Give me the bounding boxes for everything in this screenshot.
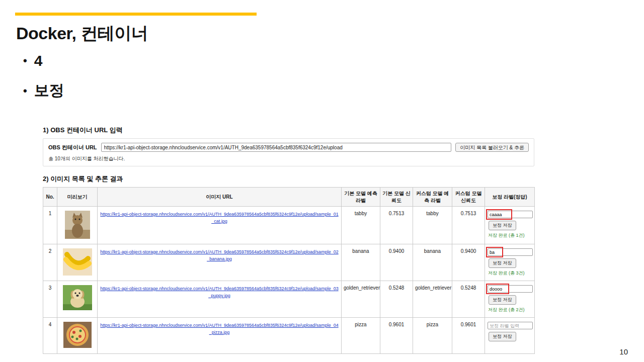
correction-input-wrap: [488, 248, 533, 256]
save-correction-button[interactable]: 보정 저장: [489, 258, 516, 268]
puppy-thumbnail: [63, 285, 92, 310]
custom-model-label: tabby: [413, 207, 452, 244]
header-custom-confidence: 커스텀 모델 신뢰도: [452, 188, 485, 207]
base-model-label: golden_retriever: [342, 281, 380, 318]
header-no: No.: [43, 188, 57, 207]
obs-url-label: OBS 컨테이너 URL: [48, 144, 97, 151]
custom-model-label: banana: [413, 244, 452, 281]
custom-model-label: golden_retriever: [413, 281, 452, 318]
saved-status: 저장 완료 (총 1건): [488, 232, 532, 239]
pizza-thumbnail: [63, 322, 92, 348]
url-form-row: OBS 컨테이너 URL 이미지 목록 불러오기 & 추론: [48, 143, 529, 152]
base-model-confidence: 0.9400: [380, 244, 413, 281]
image-url-link[interactable]: https://kr1-api-object-storage.nhnclouds…: [100, 286, 338, 298]
image-url-cell: https://kr1-api-object-storage.nhnclouds…: [98, 244, 342, 281]
table-row: 2 https://kr1-api-object-storage.nhnclou…: [43, 244, 535, 281]
bullet-dot: •: [23, 85, 27, 97]
bullet-dot: •: [23, 55, 27, 66]
preview-cell: [57, 281, 98, 318]
section1-title: 1) OBS 컨테이너 URL 입력: [43, 126, 534, 135]
save-correction-button[interactable]: 보정 저장: [489, 295, 516, 305]
embedded-app-screenshot: 1) OBS 컨테이너 URL 입력 OBS 컨테이너 URL 이미지 목록 불…: [43, 126, 534, 354]
table-header-row: No. 미리보기 이미지 URL 기본 모델 예측 라벨 기본 모델 신뢰도 커…: [43, 188, 535, 207]
header-base-confidence: 기본 모델 신뢰도: [380, 188, 413, 207]
header-image-url: 이미지 URL: [98, 188, 342, 207]
image-url-link[interactable]: https://kr1-api-object-storage.nhnclouds…: [100, 323, 338, 335]
table-row: 3 https://kr1-api-object-storage.nhnclou…: [43, 281, 535, 318]
cat-thumbnail: [65, 211, 90, 239]
processing-status: 총 10개의 이미지를 처리했습니다.: [48, 155, 529, 162]
header-base-label: 기본 모델 예측 라벨: [342, 188, 380, 207]
custom-model-confidence: 0.5248: [452, 281, 485, 318]
custom-model-confidence: 0.7513: [452, 207, 485, 244]
table-row: 4 https://kr1-api-object-storage.nhnclou…: [43, 318, 535, 354]
header-correction-label: 보정 라벨(정답): [485, 188, 535, 207]
correction-cell: 보정 저장 저장 완료 (총 1건): [485, 207, 535, 244]
inference-result-table: No. 미리보기 이미지 URL 기본 모델 예측 라벨 기본 모델 신뢰도 커…: [43, 187, 535, 354]
header-custom-label: 커스텀 모델 예측 라벨: [413, 188, 452, 207]
image-url-cell: https://kr1-api-object-storage.nhnclouds…: [98, 281, 342, 318]
bullet-text: 4: [34, 52, 43, 69]
base-model-confidence: 0.7513: [380, 207, 413, 244]
bullet-list: • 4 • 보정: [23, 52, 64, 112]
bullet-item: • 보정: [23, 80, 64, 101]
image-url-link[interactable]: https://kr1-api-object-storage.nhnclouds…: [100, 212, 338, 224]
correction-input-wrap: [488, 285, 533, 293]
base-model-label: tabby: [342, 207, 380, 244]
row-number: 3: [43, 281, 57, 318]
slide-title: Docker, 컨테이너: [16, 22, 148, 45]
preview-cell: [57, 244, 98, 281]
save-correction-button[interactable]: 보정 저장: [489, 332, 516, 341]
section2-title: 2) 이미지 목록 및 추론 결과: [43, 174, 534, 184]
save-correction-button[interactable]: 보정 저장: [489, 221, 516, 230]
table-row: 1 https://kr1-api-object-storage.nhnclou…: [43, 207, 535, 244]
banana-thumbnail: [63, 248, 92, 276]
bullet-text: 보정: [34, 80, 64, 101]
correction-cell: 보정 저장 저장 완료 (총 3건): [485, 244, 535, 281]
fetch-images-button[interactable]: 이미지 목록 불러오기 & 추론: [455, 143, 529, 152]
obs-url-input[interactable]: [101, 143, 452, 152]
presentation-slide: Docker, 컨테이너 • 4 • 보정 1) OBS 컨테이너 URL 입력…: [0, 0, 644, 362]
preview-cell: [57, 318, 98, 354]
row-number: 4: [43, 318, 57, 354]
correction-input-wrap: [488, 211, 533, 218]
row-number: 2: [43, 244, 57, 281]
base-model-confidence: 0.5248: [380, 281, 413, 318]
custom-model-confidence: 0.9601: [452, 318, 485, 354]
correction-input[interactable]: [488, 248, 533, 256]
bullet-item: • 4: [23, 52, 64, 69]
row-number: 1: [43, 207, 57, 244]
base-model-confidence: 0.9601: [380, 318, 413, 354]
header-preview: 미리보기: [57, 188, 98, 207]
image-url-cell: https://kr1-api-object-storage.nhnclouds…: [98, 207, 342, 244]
correction-input-wrap: [488, 322, 533, 329]
obs-url-form: OBS 컨테이너 URL 이미지 목록 불러오기 & 추론 총 10개의 이미지…: [43, 138, 534, 166]
correction-input[interactable]: [488, 285, 533, 293]
saved-status: 저장 완료 (총 3건): [488, 270, 532, 277]
preview-cell: [57, 207, 98, 244]
custom-model-confidence: 0.9400: [452, 244, 485, 281]
correction-cell: 보정 저장: [485, 318, 535, 354]
custom-model-label: pizza: [413, 318, 452, 354]
image-url-link[interactable]: https://kr1-api-object-storage.nhnclouds…: [100, 249, 338, 261]
saved-status: 저장 완료 (총 2건): [488, 307, 532, 313]
page-number: 10: [619, 347, 628, 356]
image-url-cell: https://kr1-api-object-storage.nhnclouds…: [98, 318, 342, 354]
correction-input[interactable]: [488, 211, 533, 218]
accent-bar: [15, 13, 257, 16]
base-model-label: banana: [342, 244, 380, 281]
correction-input[interactable]: [488, 322, 533, 329]
correction-cell: 보정 저장 저장 완료 (총 2건): [485, 281, 535, 318]
base-model-label: pizza: [342, 318, 380, 354]
